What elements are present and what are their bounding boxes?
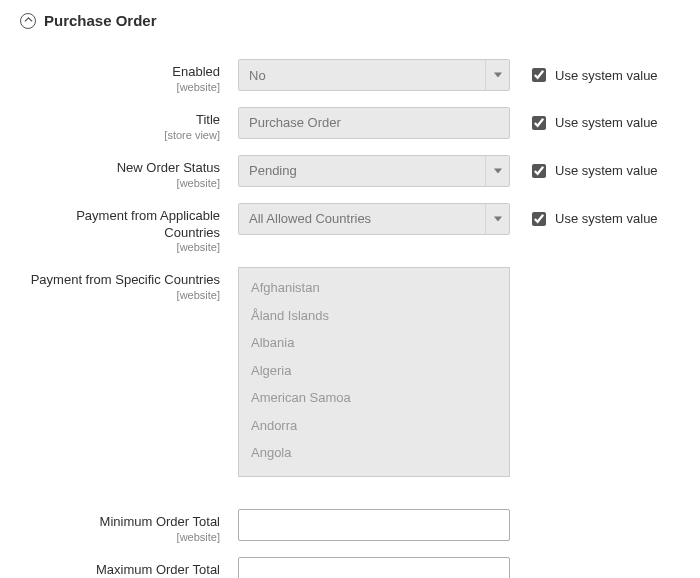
list-item: American Samoa	[239, 384, 509, 412]
label-specific-countries: Payment from Specific Countries	[20, 272, 220, 289]
row-enabled: Enabled [website] No Use system value	[20, 59, 680, 93]
list-item: Anguilla	[239, 467, 509, 478]
list-item: Algeria	[239, 357, 509, 385]
label-title: Title	[20, 112, 220, 129]
row-min-total: Minimum Order Total [website]	[20, 509, 680, 543]
title-input: Purchase Order	[238, 107, 510, 139]
enabled-value: No	[249, 68, 266, 83]
new-order-status-select: Pending	[238, 155, 510, 187]
scope-website: [website]	[20, 531, 220, 543]
max-total-input[interactable]	[238, 557, 510, 578]
list-item: Angola	[239, 439, 509, 467]
use-system-checkbox[interactable]	[532, 164, 546, 178]
label-enabled: Enabled	[20, 64, 220, 81]
list-item: Åland Islands	[239, 302, 509, 330]
scope-storeview: [store view]	[20, 129, 220, 141]
use-system-new-order-status[interactable]: Use system value	[510, 155, 658, 181]
chevron-down-icon	[485, 204, 509, 234]
use-system-checkbox[interactable]	[532, 116, 546, 130]
row-max-total: Maximum Order Total [website]	[20, 557, 680, 578]
scope-website: [website]	[20, 177, 220, 189]
new-order-status-value: Pending	[249, 163, 297, 178]
min-total-input[interactable]	[238, 509, 510, 541]
collapse-icon[interactable]	[20, 13, 36, 29]
label-min-total: Minimum Order Total	[20, 514, 220, 531]
scope-website: [website]	[20, 241, 220, 253]
list-item: Andorra	[239, 412, 509, 440]
label-max-total: Maximum Order Total	[20, 562, 220, 578]
scope-website: [website]	[20, 81, 220, 93]
list-item: Albania	[239, 329, 509, 357]
label-new-order-status: New Order Status	[20, 160, 220, 177]
chevron-down-icon	[485, 156, 509, 186]
specific-countries-multiselect: AfghanistanÅland IslandsAlbaniaAlgeriaAm…	[238, 267, 510, 477]
applicable-countries-select: All Allowed Countries	[238, 203, 510, 235]
list-item: Afghanistan	[239, 274, 509, 302]
section-header[interactable]: Purchase Order	[20, 12, 680, 29]
row-title: Title [store view] Purchase Order Use sy…	[20, 107, 680, 141]
row-new-order-status: New Order Status [website] Pending Use s…	[20, 155, 680, 189]
title-value: Purchase Order	[249, 115, 341, 130]
row-specific-countries: Payment from Specific Countries [website…	[20, 267, 680, 477]
scope-website: [website]	[20, 289, 220, 301]
chevron-down-icon	[485, 60, 509, 90]
enabled-select: No	[238, 59, 510, 91]
row-applicable-countries: Payment from Applicable Countries [websi…	[20, 203, 680, 254]
label-applicable-countries: Payment from Applicable Countries	[20, 208, 220, 242]
use-system-applicable-countries[interactable]: Use system value	[510, 203, 658, 229]
applicable-countries-value: All Allowed Countries	[249, 211, 371, 226]
use-system-enabled[interactable]: Use system value	[510, 59, 658, 85]
use-system-checkbox[interactable]	[532, 212, 546, 226]
use-system-title[interactable]: Use system value	[510, 107, 658, 133]
section-title: Purchase Order	[44, 12, 157, 29]
use-system-checkbox[interactable]	[532, 68, 546, 82]
